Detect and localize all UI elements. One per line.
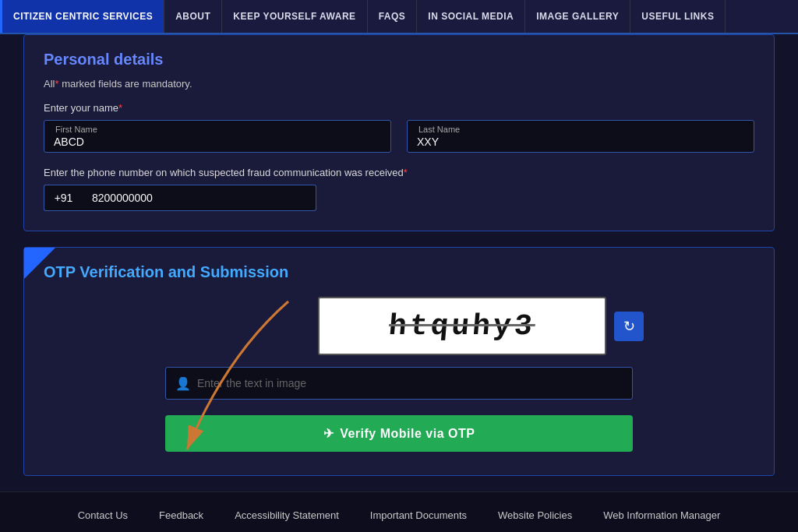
otp-section-wrapper: OTP Verification and Submission htquhy3 … — [23, 247, 775, 476]
user-icon: 👤 — [175, 376, 191, 391]
otp-title: OTP Verification and Submission — [44, 263, 754, 281]
personal-details-title: Personal details — [44, 51, 754, 69]
footer-web-info-manager[interactable]: Web Information Manager — [603, 509, 720, 521]
captcha-input-row: 👤 — [165, 367, 633, 400]
footer-accessibility[interactable]: Accessibility Statement — [235, 509, 339, 521]
last-name-group: Last Name — [407, 120, 754, 153]
last-name-label: Last Name — [417, 125, 744, 134]
footer: Contact Us Feedback Accessibility Statem… — [0, 491, 798, 532]
nav-item-image-gallery[interactable]: Image Gallery — [525, 0, 630, 33]
last-name-wrapper: Last Name — [407, 120, 754, 153]
navbar: Citizen Centric Services About Keep Your… — [0, 0, 798, 34]
first-name-label: First Name — [54, 125, 381, 134]
phone-prefix: +91 — [44, 185, 83, 211]
first-name-input[interactable] — [54, 136, 381, 148]
nav-item-about[interactable]: About — [164, 0, 222, 33]
verify-button-label: Verify Mobile via OTP — [340, 427, 475, 441]
first-name-group: First Name — [44, 120, 391, 153]
captcha-image: htquhy3 — [318, 297, 606, 355]
mandatory-note: All* marked fields are mandatory. — [44, 78, 754, 90]
phone-row: +91 — [44, 185, 754, 211]
nav-item-faqs[interactable]: FAQs — [368, 0, 418, 33]
nav-item-citizen-centric[interactable]: Citizen Centric Services — [0, 0, 164, 33]
name-row: First Name Last Name — [44, 120, 754, 153]
name-field-label: Enter your name* — [44, 102, 754, 114]
nav-item-keep-aware[interactable]: Keep Yourself Aware — [222, 0, 367, 33]
footer-website-policies[interactable]: Website Policies — [498, 509, 572, 521]
footer-feedback[interactable]: Feedback — [159, 509, 203, 521]
captcha-text-input[interactable] — [197, 377, 623, 389]
phone-field-label: Enter the phone number on which suspecte… — [44, 167, 754, 178]
captcha-text: htquhy3 — [387, 309, 536, 343]
send-icon: ✈ — [323, 426, 334, 441]
personal-details-card: Personal details All* marked fields are … — [23, 34, 775, 231]
first-name-wrapper: First Name — [44, 120, 391, 153]
last-name-input[interactable] — [417, 136, 744, 148]
main-content: Personal details All* marked fields are … — [0, 34, 798, 491]
otp-card: OTP Verification and Submission htquhy3 … — [23, 247, 775, 476]
captcha-row: htquhy3 ↻ — [44, 297, 754, 355]
refresh-icon: ↻ — [623, 318, 635, 335]
verify-otp-button[interactable]: ✈ Verify Mobile via OTP — [165, 415, 633, 452]
phone-input[interactable] — [83, 185, 316, 211]
footer-contact-us[interactable]: Contact Us — [78, 509, 128, 521]
footer-important-docs[interactable]: Important Documents — [370, 509, 467, 521]
nav-item-useful-links[interactable]: Useful Links — [630, 0, 726, 33]
captcha-refresh-button[interactable]: ↻ — [614, 312, 644, 341]
nav-item-social-media[interactable]: In Social Media — [417, 0, 525, 33]
